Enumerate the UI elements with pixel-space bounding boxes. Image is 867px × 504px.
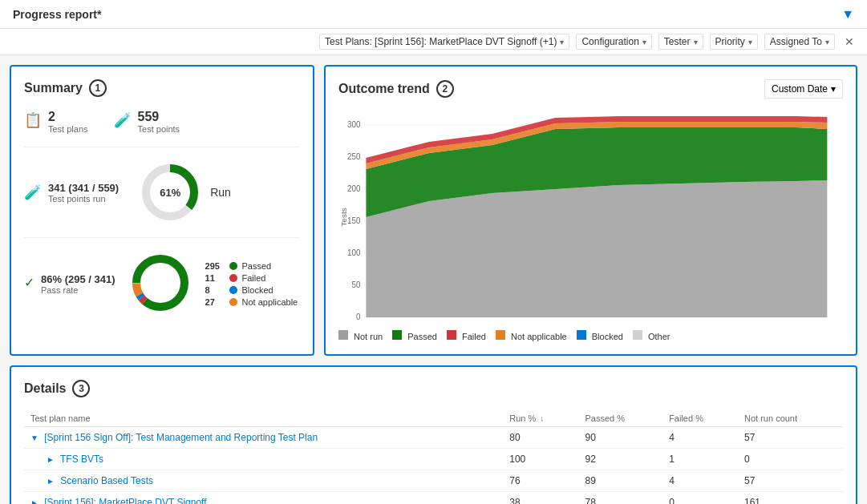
summary-stats-row: 📋 2 Test plans 🧪 559 Test points [24,110,300,147]
cell-name: ▼ [Sprint 156 Sign Off]: Test Management… [24,427,503,449]
svg-text:300: 300 [347,120,361,129]
configuration-filter[interactable]: Configuration ▾ [576,34,651,50]
legend-dot [229,262,237,270]
details-table-header: Test plan name Run % ↓ Passed % Failed %… [24,410,843,427]
test-plans-chevron-icon: ▾ [560,38,564,46]
failed-label: Failed [462,332,486,341]
cell-run: 76 [503,470,578,492]
legend-dot [229,298,237,306]
tester-filter[interactable]: Tester ▾ [658,34,703,50]
assigned-to-filter-label: Assigned To [770,36,822,47]
summary-title: Summary [24,81,83,95]
pass-rate-legend: 295 Passed11 Failed8 Blocked27 Not appli… [205,261,298,307]
row-name-link[interactable]: Scenario Based Tests [60,475,153,486]
test-points-run-stat: 🧪 341 (341 / 559) Test points run [24,182,119,204]
run-donut: 61% [138,160,202,224]
cell-not-run: 161 [738,492,843,505]
run-percent-label: 61% [160,187,180,199]
col-passed-percent: Passed % [579,410,663,427]
svg-text:200: 200 [347,184,361,193]
row-name-link[interactable]: TFS BVTs [60,454,103,465]
summary-header: Summary 1 [24,79,300,97]
details-header: Details 3 [24,380,843,397]
test-plans-stat: 📋 2 Test plans [24,110,88,134]
test-plans-filter[interactable]: Test Plans: [Sprint 156]: MarketPlace DV… [319,34,569,50]
priority-chevron-icon: ▾ [748,38,752,46]
col-not-run-count: Not run count [738,410,843,427]
col-failed-percent: Failed % [662,410,738,427]
test-points-label: Test points [138,124,180,134]
filter-close-button[interactable]: ✕ [845,35,854,48]
summary-bottom-row: ✓ 86% (295 / 341) Pass rate [24,251,300,317]
not-applicable-color [496,330,505,340]
details-title: Details [24,381,66,396]
cell-name: ► [Sprint 156]: MarketPlace DVT Signoff [24,492,503,505]
svg-text:150: 150 [347,216,361,225]
test-points-run-label: Test points run [48,194,119,204]
filter-icon[interactable]: ▼ [841,7,854,22]
row-name-link[interactable]: [Sprint 156 Sign Off]: Test Management a… [44,432,318,443]
legend-item: 8 Blocked [205,285,298,295]
test-plans-value: 2 [48,110,88,124]
priority-filter[interactable]: Priority ▾ [710,34,758,50]
outcome-chart-legend: Not run Passed Failed Not applicable Blo… [338,330,843,341]
table-row: ► Scenario Based Tests 76 89 4 57 [24,470,843,492]
outcome-chart-svg: 0 50 100 150 200 250 300 Tests [338,105,843,321]
cell-run: 80 [503,427,578,449]
pass-rate-value: 86% (295 / 341) [41,273,115,285]
expand-icon[interactable]: ► [47,477,55,486]
legend-item: 295 Passed [205,261,298,271]
cell-failed: 4 [662,470,738,492]
test-plans-label: Test plans [48,124,88,134]
legend-passed: Passed [392,330,437,341]
other-label: Other [648,332,671,341]
run-donut-group: 61% Run [138,160,231,224]
expand-icon[interactable]: ► [47,455,55,464]
checkmark-icon: ✓ [24,275,34,290]
details-table: Test plan name Run % ↓ Passed % Failed %… [24,410,843,504]
outcome-card: Outcome trend 2 Custom Date ▾ 0 50 100 1… [324,65,857,356]
table-row: ► [Sprint 156]: MarketPlace DVT Signoff … [24,492,843,505]
details-badge: 3 [72,380,90,397]
assigned-to-filter[interactable]: Assigned To ▾ [764,34,835,50]
legend-dot [229,274,237,282]
test-points-icon: 🧪 [114,111,132,129]
legend-item: 11 Failed [205,273,298,283]
cell-name: ► Scenario Based Tests [24,470,503,492]
svg-text:Tests: Tests [339,208,348,226]
not-applicable-label: Not applicable [511,332,567,341]
top-row: Summary 1 📋 2 Test plans 🧪 559 Test poin [10,65,857,356]
blocked-color [577,330,586,340]
cell-failed: 0 [662,492,738,505]
summary-badge: 1 [89,79,107,97]
assigned-to-chevron-icon: ▾ [825,38,829,46]
collapse-icon[interactable]: ▼ [30,433,38,442]
filter-bar: Test Plans: [Sprint 156]: MarketPlace DV… [0,29,867,55]
svg-text:50: 50 [352,280,361,289]
configuration-filter-label: Configuration [581,36,638,47]
col-test-plan-name: Test plan name [24,410,503,427]
row-name-link[interactable]: [Sprint 156]: MarketPlace DVT Signoff [44,497,206,504]
pass-rate-donut [128,251,192,317]
pass-rate-label: Pass rate [41,285,115,295]
other-color [633,330,642,340]
custom-date-chevron-icon: ▾ [831,83,836,95]
page-title: Progress report* [13,8,101,21]
legend-failed: Failed [447,330,486,341]
svg-text:0: 0 [356,312,361,321]
cell-not-run: 0 [738,449,843,470]
passed-label: Passed [407,332,437,341]
col-run-percent: Run % ↓ [503,410,578,427]
outcome-chart-header: Outcome trend 2 Custom Date ▾ [338,79,843,99]
legend-dot [229,286,237,294]
svg-text:250: 250 [347,152,361,161]
tester-chevron-icon: ▾ [694,38,698,46]
configuration-chevron-icon: ▾ [642,38,646,46]
cell-name: ► TFS BVTs [24,449,503,470]
custom-date-button[interactable]: Custom Date ▾ [764,79,843,99]
expand-icon[interactable]: ► [30,498,38,504]
svg-marker-22 [366,180,827,317]
cell-failed: 1 [662,449,738,470]
not-run-color [338,330,348,340]
summary-middle-row: 🧪 341 (341 / 559) Test points run [24,160,300,238]
